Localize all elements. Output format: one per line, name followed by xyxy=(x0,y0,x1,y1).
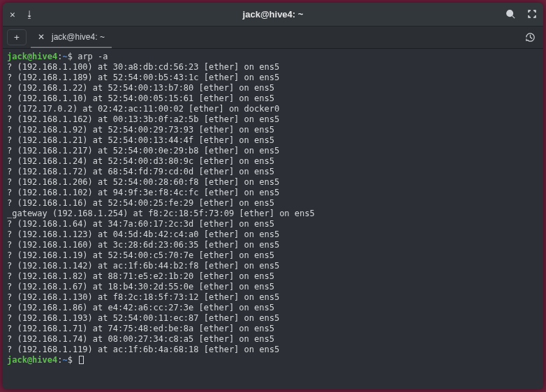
tab-bar: + ✕ jack@hive4: ~ xyxy=(3,27,543,49)
close-icon[interactable]: ✕ xyxy=(10,10,15,19)
tab-close-icon[interactable]: ✕ xyxy=(38,32,45,42)
history-icon[interactable] xyxy=(517,27,543,48)
download-icon[interactable]: ⭳ xyxy=(25,10,34,19)
svg-line-1 xyxy=(512,15,515,18)
plus-icon: + xyxy=(14,33,20,42)
search-icon[interactable] xyxy=(506,9,515,20)
tab-label: jack@hive4: ~ xyxy=(52,32,105,42)
cursor xyxy=(79,356,84,364)
window-titlebar: ✕ ⭳ jack@hive4: ~ xyxy=(3,3,543,27)
window-title: jack@hive4: ~ xyxy=(80,9,466,20)
terminal-window: ✕ ⭳ jack@hive4: ~ + ✕ jack@hive4: ~ jack… xyxy=(3,3,543,389)
maximize-icon[interactable] xyxy=(528,10,536,20)
svg-point-0 xyxy=(507,10,513,16)
terminal-output[interactable]: jack@hive4:~$ arp -a ? (192.168.1.100) a… xyxy=(3,49,543,389)
new-tab-button[interactable]: + xyxy=(7,29,27,45)
tab-terminal[interactable]: ✕ jack@hive4: ~ xyxy=(31,27,112,48)
